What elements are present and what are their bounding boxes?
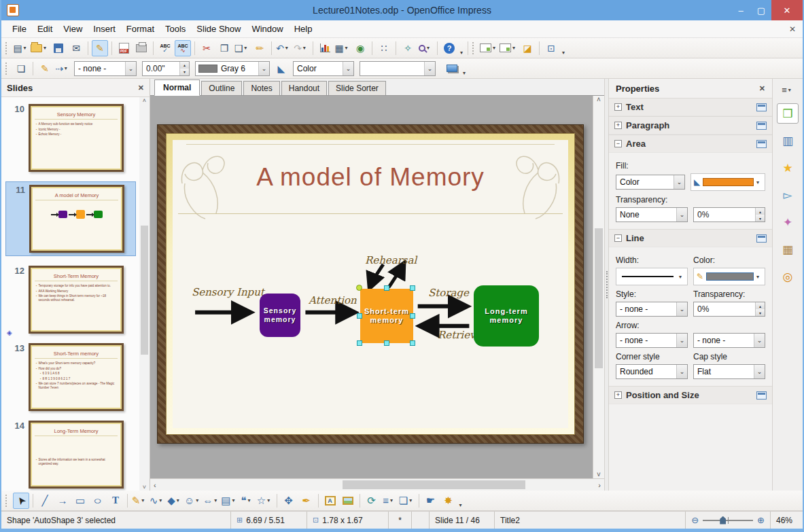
zoom-out-icon[interactable]: ⊖ [691, 515, 699, 525]
format-paintbrush-button[interactable]: ✏ [251, 40, 268, 56]
toolbar-overflow[interactable]: ▾ [562, 50, 565, 58]
flowchart-tool[interactable]: ▤▾ [221, 493, 237, 509]
open-button[interactable]: ▾ [31, 40, 49, 56]
alignment-tool[interactable]: ≡▾ [381, 493, 398, 509]
chevron-down-icon[interactable]: ⌄ [754, 334, 765, 347]
expand-icon[interactable]: + [614, 103, 622, 111]
slide-thumbnail-11-selected[interactable]: 11 A model of Memory [5, 181, 136, 256]
basic-shapes-tool[interactable]: ◆▾ [167, 493, 183, 509]
maximize-button[interactable]: ▢ [751, 0, 771, 20]
print-button[interactable] [133, 40, 150, 56]
slide-editing-area[interactable]: A model of Memory [157, 124, 584, 444]
line-tool[interactable]: ╱ [37, 493, 53, 509]
minimize-button[interactable]: – [731, 0, 751, 20]
zoom-in-icon[interactable]: ⊕ [757, 515, 765, 525]
animation-effects-tool[interactable]: ✸ [440, 493, 457, 509]
slide-template[interactable]: Title2 [495, 512, 686, 529]
menu-tools[interactable]: Tools [160, 21, 191, 37]
slides-panel-close-icon[interactable]: ✕ [138, 84, 144, 92]
tab-notes[interactable]: Notes [243, 81, 279, 95]
hyperlink-button[interactable]: ◉ [352, 40, 368, 56]
callouts-tool[interactable]: ❝▾ [239, 493, 256, 509]
sidebar-tab-custom-animation[interactable]: ★ [777, 158, 799, 178]
new-slide-button[interactable]: ▾ [480, 40, 498, 56]
selection-handle[interactable] [410, 285, 415, 291]
table-button[interactable]: ▦▾ [334, 40, 351, 56]
spellcheck-button[interactable]: ABC✓ [157, 40, 173, 56]
tab-outline[interactable]: Outline [201, 81, 242, 95]
scrollbar-thumb[interactable] [343, 480, 525, 489]
cut-button[interactable]: ✂ [198, 40, 215, 56]
horizontal-scrollbar[interactable]: ‹ › [150, 478, 604, 491]
zoom-slider[interactable] [703, 520, 753, 521]
collapse-icon[interactable]: − [614, 234, 622, 242]
chevron-down-icon[interactable]: ⌄ [424, 62, 435, 75]
presentation-button[interactable]: ⊡ [543, 40, 559, 56]
new-button[interactable]: ▤▾ [13, 40, 29, 56]
sensory-memory-box[interactable]: Sensory memory [260, 294, 300, 337]
paste-button[interactable]: ❑▾ [234, 40, 250, 56]
spin-down-icon[interactable]: ▾ [756, 215, 765, 221]
line-style-select[interactable]: - none -⌄ [74, 61, 137, 76]
line-width-spinner[interactable]: 0.00" ▴▾ [142, 61, 190, 76]
block-arrows-tool[interactable]: ⇔▾ [203, 493, 220, 509]
selection-handle-rotate[interactable] [356, 285, 362, 291]
selection-handle[interactable] [410, 340, 415, 346]
corner-style-select[interactable]: Rounded⌄ [616, 364, 688, 379]
selection-handle[interactable] [384, 340, 389, 346]
dialog-launcher-icon[interactable] [756, 234, 767, 243]
stars-tool[interactable]: ☆▾ [257, 493, 273, 509]
arrow-start-select[interactable]: - none -⌄ [616, 333, 688, 348]
fill-type-select[interactable]: Color⌄ [616, 175, 685, 190]
interaction-tool[interactable]: ☛ [423, 493, 439, 509]
chevron-down-icon[interactable]: ⌄ [343, 62, 353, 75]
from-file-tool[interactable] [340, 493, 356, 509]
spin-up-icon[interactable]: ▴ [756, 302, 765, 309]
text-tool[interactable]: T [107, 493, 124, 509]
chevron-down-icon[interactable]: ▾ [756, 179, 762, 185]
section-text[interactable]: + Text [609, 98, 772, 116]
slide-layout-button[interactable]: ▾ [500, 40, 518, 56]
sidebar-menu-icon[interactable]: ≡▾ [777, 83, 799, 96]
dialog-launcher-icon[interactable] [756, 140, 767, 148]
grid-button[interactable]: ∷ [376, 40, 392, 56]
export-pdf-button[interactable]: PDF [116, 40, 132, 56]
line-width-select[interactable]: ▾ [616, 268, 688, 285]
chevron-down-icon[interactable]: ⌄ [125, 62, 136, 75]
sidebar-tab-gallery[interactable]: ▦ [777, 239, 799, 260]
slide-thumbnail-14[interactable]: 14 Long-Term Memory Stores all the infor… [8, 421, 136, 489]
short-term-memory-box-selected[interactable]: Short-term memory [360, 289, 413, 343]
chevron-down-icon[interactable]: ⌄ [258, 62, 269, 75]
tab-normal[interactable]: Normal [154, 79, 200, 96]
menu-help[interactable]: Help [289, 21, 318, 37]
tab-slide-sorter[interactable]: Slide Sorter [328, 81, 386, 95]
chevron-down-icon[interactable]: ▾ [679, 274, 684, 280]
section-paragraph[interactable]: + Paragraph [609, 116, 772, 135]
slide-design-button[interactable]: ◪ [519, 40, 536, 56]
email-button[interactable]: ✉ [68, 40, 84, 56]
save-button[interactable] [50, 40, 67, 56]
toolbar-overflow[interactable]: ▾ [459, 502, 462, 510]
spin-down-icon[interactable]: ▾ [180, 69, 189, 75]
label-attention[interactable]: Attention [309, 294, 357, 306]
autospellcheck-button[interactable]: ABC∿ [175, 40, 191, 56]
slide-thumbnail-12[interactable]: 12 Short-Term Memory Temporary storage f… [8, 266, 136, 334]
toolbar-grip[interactable] [5, 495, 9, 507]
cap-style-select[interactable]: Flat⌄ [693, 364, 765, 379]
help-button[interactable]: ? [441, 40, 457, 56]
collapse-icon[interactable]: − [614, 140, 622, 147]
zoom-percent[interactable]: 46% [770, 512, 803, 529]
transparency-spinner[interactable]: 0% ▴▾ [693, 207, 765, 222]
dialog-launcher-icon[interactable] [756, 391, 767, 400]
chevron-down-icon[interactable]: ⌄ [676, 208, 687, 221]
navigator-button[interactable]: ✧ [400, 40, 416, 56]
dialog-launcher-icon[interactable] [756, 122, 767, 130]
expand-icon[interactable]: + [614, 122, 622, 129]
label-sensory-input[interactable]: Sensory Input [192, 286, 264, 298]
symbol-shapes-tool[interactable]: ☺▾ [184, 493, 201, 509]
dialog-launcher-icon[interactable] [756, 103, 767, 111]
fill-color-picker[interactable]: ◣ ▾ [691, 173, 765, 191]
slide-thumbnail-10[interactable]: 10 Sensory Memory A Memory sub-function … [8, 104, 136, 172]
sidebar-tab-slide-transition[interactable]: ▻ [777, 185, 799, 205]
line-style-select[interactable]: - none -⌄ [616, 302, 688, 317]
